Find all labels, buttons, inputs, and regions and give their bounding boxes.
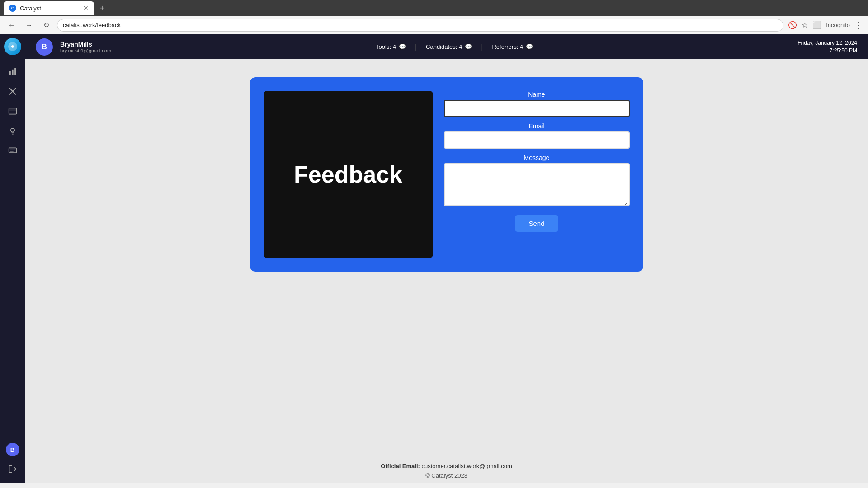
- stat-candidates-icon: 💬: [465, 43, 472, 50]
- reload-button[interactable]: ↻: [40, 19, 52, 32]
- feedback-form: Name Email Message Send: [444, 91, 630, 258]
- stat-tools-label: Tools: 4: [376, 43, 396, 50]
- address-text: catalist.work/feedback: [63, 22, 121, 28]
- ideas-icon: [8, 127, 17, 136]
- stat-separator-1: |: [415, 43, 417, 51]
- name-input[interactable]: [444, 100, 630, 117]
- stat-referrers-icon: 💬: [526, 43, 533, 50]
- stat-referrers: Referrers: 4 💬: [492, 43, 533, 51]
- stat-tools-icon: 💬: [399, 43, 406, 50]
- email-label: Email: [444, 122, 630, 130]
- sidebar-item-analytics[interactable]: [4, 62, 22, 80]
- topbar-date-text: Friday, January 12, 2024: [797, 39, 857, 47]
- stat-candidates-label: Candidates: 4: [426, 43, 462, 50]
- incognito-label: Incognito: [826, 22, 850, 28]
- sidebar-logout-button[interactable]: [4, 460, 22, 478]
- footer-divider: [43, 455, 850, 455]
- svg-point-8: [10, 128, 14, 132]
- app-logo[interactable]: [4, 38, 21, 55]
- sidebar-toggle-icon[interactable]: ⬜: [812, 21, 821, 29]
- footer-copyright: © Catalyst 2023: [25, 472, 868, 479]
- message-field-group: Message: [444, 154, 630, 208]
- footer-email-line: Official Email: customer.catalist.work@g…: [25, 463, 868, 469]
- dashboard-icon: [8, 107, 17, 116]
- tab-bar: C Catalyst ✕ +: [0, 0, 868, 16]
- tools-icon: [8, 87, 17, 96]
- tab-close-button[interactable]: ✕: [83, 5, 89, 11]
- logo-icon: [7, 41, 18, 52]
- address-bar[interactable]: catalist.work/feedback: [57, 19, 783, 32]
- topbar-stats: Tools: 4 💬 | Candidates: 4 💬 | Referrers…: [376, 43, 533, 51]
- feedback-card: Feedback Name Email Message: [250, 77, 643, 272]
- sidebar-user-avatar[interactable]: B: [6, 443, 19, 456]
- feedback-left-panel: Feedback: [264, 91, 433, 258]
- back-button[interactable]: ←: [5, 19, 18, 32]
- topbar-username: BryanMills: [60, 41, 111, 48]
- svg-rect-11: [9, 148, 16, 153]
- topbar-useremail: bry.mills01@gmail.com: [60, 48, 111, 53]
- forward-button[interactable]: →: [23, 19, 35, 32]
- svg-rect-6: [9, 108, 16, 114]
- menu-icon[interactable]: ⋮: [854, 20, 863, 30]
- sidebar: B: [0, 34, 25, 483]
- content-area: Feedback Name Email Message: [25, 59, 868, 441]
- browser-action-buttons: 🚫 ☆ ⬜ Incognito ⋮: [788, 20, 863, 30]
- topbar: B BryanMills bry.mills01@gmail.com Tools…: [25, 34, 868, 59]
- email-field-group: Email: [444, 122, 630, 149]
- feedback-panel-title: Feedback: [294, 161, 402, 188]
- tab-favicon: C: [9, 5, 16, 12]
- sidebar-item-tools[interactable]: [4, 82, 22, 100]
- new-tab-button[interactable]: +: [96, 2, 108, 14]
- stat-tools: Tools: 4 💬: [376, 43, 406, 51]
- tab-title: Catalyst: [20, 5, 41, 12]
- browser-controls: ← → ↻ catalist.work/feedback 🚫 ☆ ⬜ Incog…: [0, 16, 868, 34]
- footer-email-address: customer.catalist.work@gmail.com: [422, 463, 512, 469]
- send-button[interactable]: Send: [515, 215, 558, 232]
- active-tab[interactable]: C Catalyst ✕: [4, 1, 94, 15]
- footer-email-label: Official Email:: [381, 463, 420, 469]
- topbar-avatar: B: [36, 38, 53, 56]
- right-panel: B BryanMills bry.mills01@gmail.com Tools…: [25, 34, 868, 483]
- stat-candidates: Candidates: 4 💬: [426, 43, 472, 51]
- analytics-icon: [8, 67, 17, 76]
- sidebar-item-dashboard[interactable]: [4, 102, 22, 120]
- stat-separator-2: |: [481, 43, 483, 51]
- email-input[interactable]: [444, 131, 630, 149]
- topbar-time-text: 7:25:50 PM: [797, 47, 857, 55]
- bookmark-icon[interactable]: ☆: [802, 21, 808, 29]
- main-content: Feedback Name Email Message: [25, 59, 868, 483]
- message-label: Message: [444, 154, 630, 161]
- message-textarea[interactable]: [444, 163, 630, 206]
- logout-icon: [8, 465, 17, 474]
- messages-icon: [8, 146, 17, 155]
- footer: Official Email: customer.catalist.work@g…: [25, 441, 868, 483]
- sidebar-item-ideas[interactable]: [4, 122, 22, 140]
- sidebar-bottom: B: [4, 443, 22, 483]
- name-label: Name: [444, 91, 630, 98]
- svg-rect-1: [9, 71, 10, 75]
- sidebar-item-messages[interactable]: [4, 142, 22, 160]
- svg-rect-3: [14, 68, 16, 75]
- eyeoff-icon: 🚫: [788, 21, 797, 29]
- svg-rect-2: [12, 70, 13, 75]
- name-field-group: Name: [444, 91, 630, 117]
- stat-referrers-label: Referrers: 4: [492, 43, 523, 50]
- topbar-user-info: BryanMills bry.mills01@gmail.com: [60, 41, 111, 53]
- topbar-datetime: Friday, January 12, 2024 7:25:50 PM: [797, 39, 857, 55]
